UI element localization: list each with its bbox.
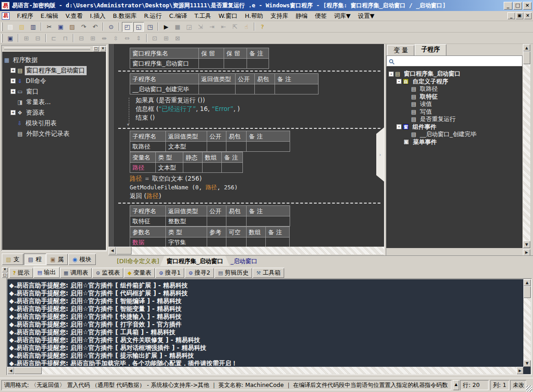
cut-button[interactable]: ✂ [44,22,55,32]
toolbar-grip[interactable] [1,34,3,43]
undo-button[interactable]: ↶ [90,22,100,32]
expand-toggle[interactable]: + [11,68,16,73]
view-program-toggle[interactable]: ◰ [122,22,132,32]
title-bar[interactable]: 易 易语言-加密狗版 - d:\Users\Administrator\Desk… [0,0,533,11]
table-cell[interactable] [226,237,247,247]
menu-item[interactable]: E.编辑 [37,11,62,21]
expand-toggle[interactable]: + [11,78,16,83]
table-cell[interactable] [207,142,226,152]
scrollbar-thumb[interactable] [523,51,530,64]
tab-subroutines[interactable]: 子程序 [415,44,446,55]
menu-item[interactable]: V.查看 [62,11,86,21]
view-form-toggle[interactable]: ◳ [145,22,155,32]
find-help-button[interactable]: ? [257,22,268,32]
scrollbar-track[interactable] [523,298,531,360]
menu-item[interactable]: 支持库 [267,11,292,21]
table-cell[interactable] [226,216,247,226]
code-editor[interactable]: 窗口程序集名保 留保 留备 注窗口程序集_启动窗口子程序名返回值类型公开易包备 … [109,44,384,247]
program-data-tree[interactable]: ▦程序数据+▤窗口程序集_启动窗口+⇓Dll命令+▭窗口◨常量表...+❖资源表… [2,52,106,250]
left-tab-item[interactable]: ▧支 [2,254,23,265]
copy-button[interactable]: ▣ [55,22,66,32]
editor-horizontal-scrollbar[interactable]: ◀ [109,247,384,254]
scrollbar-track[interactable] [523,64,530,241]
expand-toggle[interactable]: + [11,110,16,115]
table-cell[interactable]: 字节集 [166,237,207,247]
members-vertical-scrollbar[interactable]: ▲ ▼ [523,44,530,248]
expand-toggle[interactable]: - [396,124,401,129]
bottom-tab[interactable]: ⚒工具箱 [253,268,284,278]
tree-item[interactable]: ▤外部文件记录表 [2,128,106,139]
table-cell[interactable] [199,59,224,69]
code-line[interactable]: 如果真 (是否重复运行 ()) [115,96,384,105]
run-button[interactable]: ▶ [161,22,171,32]
scroll-right-button[interactable]: ▶ [517,367,523,374]
menu-item[interactable]: F.程序 [13,11,37,21]
scroll-down-button[interactable]: ▼ [523,241,530,248]
table-cell[interactable]: 整数型 [166,216,207,226]
menu-item[interactable]: 词库▼ [330,11,354,21]
table-cell[interactable] [247,59,269,69]
bottom-tab[interactable]: ▦调用表 [60,268,92,278]
tree-item[interactable]: +▤窗口程序集_启动窗口 [2,65,106,76]
table-cell[interactable] [255,84,275,94]
tree-item[interactable]: ▤__启动窗口_创建完毕 [386,131,522,138]
tree-item[interactable]: ▦程序数据 [2,55,106,65]
scroll-up-button[interactable]: ▲ [523,279,531,286]
tree-item[interactable]: ◨常量表... [2,97,106,107]
table-cell[interactable] [247,216,290,226]
tree-item[interactable]: +⇓Dll命令 [2,76,106,86]
table-cell[interactable]: 文本型 [166,142,207,152]
tree-item[interactable]: -自自定义子程序 [386,78,522,86]
panel-close-button[interactable]: × [100,46,106,51]
menu-item[interactable]: 静编 [292,11,311,21]
mdi-minimize-button[interactable]: _ [507,12,515,19]
expand-toggle[interactable]: - [389,72,394,77]
pause-button[interactable]: ☝ [241,22,252,32]
new-file-button[interactable]: ▤ [5,22,16,32]
document-tab[interactable]: [Dll命令定义表] [110,256,165,266]
redo-button[interactable]: ↷ [78,22,89,32]
output-horizontal-scrollbar[interactable]: ◀ ▶ [7,367,523,374]
scrollbar-thumb[interactable] [116,247,132,254]
code-line[interactable]: GetModuleFileName (0, 路径, 256) [115,183,384,192]
member-search-box[interactable] [386,55,522,66]
panel-restore-button[interactable]: □ [93,46,99,51]
open-file-button[interactable]: ▧ [16,22,27,32]
code-line[interactable]: 结束 () [115,114,384,122]
scrollbar-thumb[interactable] [523,286,531,298]
menu-item[interactable]: T.工具 [191,11,215,21]
tree-item[interactable]: ▤是否重复运行 [386,116,522,123]
table-cell[interactable]: __启动窗口_创建完毕 [130,84,199,94]
bottom-tab[interactable]: ▤输出 [33,267,59,278]
table-cell[interactable]: 取路径 [130,142,166,152]
bottom-tab[interactable]: ⊙搜寻2 [185,268,214,278]
tree-item[interactable]: +▭窗口 [2,86,106,97]
table-cell[interactable]: 路径 [130,163,156,173]
table-cell[interactable] [183,163,203,173]
save-file-button[interactable]: ▥ [28,22,38,32]
menu-item[interactable]: H.帮助 [241,11,267,21]
scrollbar-thumb[interactable] [14,367,42,374]
menu-item[interactable]: 设置▼ [354,11,378,21]
find-button[interactable]: ⊙ [106,22,116,32]
tree-item[interactable]: ⇩模块引用表 [2,118,106,128]
table-cell[interactable] [224,59,247,69]
tree-item[interactable]: ▤取特征 [386,93,522,101]
table-cell[interactable] [199,84,236,94]
form-designer-button[interactable]: ▣ [5,33,16,43]
panel-title-bar[interactable]: □× [2,46,106,51]
tree-item[interactable]: ▤取路径 [386,85,522,93]
panel-collapse-handle[interactable]: › [376,127,384,182]
code-line[interactable]: 信息框 (“已经运行了”, 16, “Error”, ) [115,105,384,114]
tree-item[interactable]: +❖资源表 [2,107,106,118]
table-cell[interactable] [247,237,266,247]
document-tab[interactable]: 窗口程序集_启动窗口 [160,256,230,266]
bottom-tab[interactable]: ◆变量表 [124,268,154,278]
window-minimize-button[interactable]: _ [504,2,512,10]
table-cell[interactable] [226,142,247,152]
menu-item[interactable]: 便签 [311,11,330,21]
left-tab-active[interactable]: ▤程 [24,254,45,265]
output-vertical-scrollbar[interactable]: ▲ ▼ [523,279,531,367]
menu-item[interactable]: C.编译 [165,11,191,21]
mdi-restore-button[interactable]: ▣ [516,12,523,19]
